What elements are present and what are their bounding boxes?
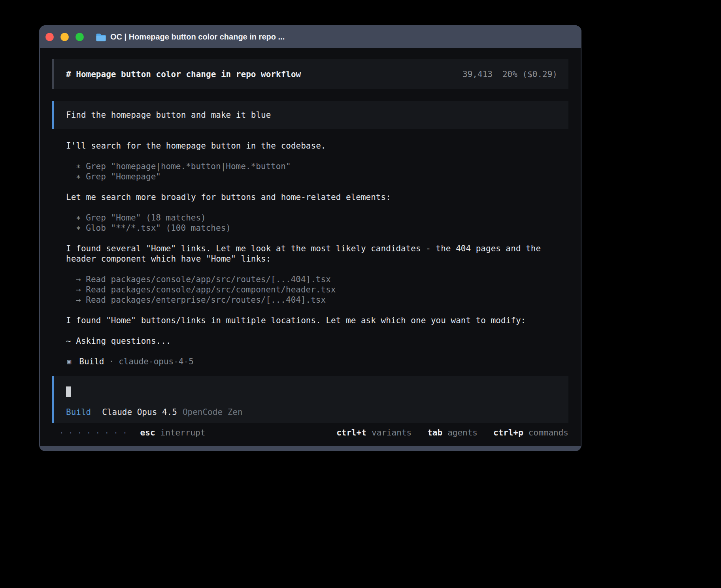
agent-separator: · <box>109 356 114 367</box>
token-count: 39,413 <box>462 69 493 79</box>
terminal-content: # Homepage button color change in repo w… <box>40 48 581 446</box>
variants-label: variants <box>372 428 411 438</box>
session-header: # Homepage button color change in repo w… <box>52 59 568 89</box>
agent-status-line: ▣ Build · claude-opus-4-5 <box>52 356 568 367</box>
terminal-window: OC | Homepage button color change in rep… <box>39 25 581 451</box>
status-bar: · · · · · · · · esc interrupt ctrl+t var… <box>52 427 568 438</box>
ctrl-p-key[interactable]: ctrl+p <box>493 428 523 438</box>
prompt-input[interactable]: Build Claude Opus 4.5 OpenCode Zen <box>52 376 568 423</box>
window-title: OC | Homepage button color change in rep… <box>110 32 285 41</box>
folder-icon <box>96 32 106 41</box>
tool-call-read-1: → Read packages/console/app/src/routes/[… <box>52 274 568 285</box>
context-usage: 20% ($0.29) <box>502 69 557 79</box>
shortcut-commands[interactable]: ctrl+p commands <box>493 428 568 438</box>
session-stats: 39,413 20% ($0.29) <box>462 69 557 79</box>
text-cursor <box>66 386 71 397</box>
tool-call-read-2: → Read packages/console/app/src/componen… <box>52 285 568 295</box>
agents-label: agents <box>447 428 478 438</box>
provider-label: OpenCode Zen <box>183 407 243 417</box>
title-group: OC | Homepage button color change in rep… <box>96 32 285 41</box>
tool-call-grep-2: ∗ Grep "Homepage" <box>52 172 568 182</box>
tool-call-grep-1: ∗ Grep "homepage|home.*button|Home.*butt… <box>52 161 568 172</box>
agent-name: Build <box>79 356 104 367</box>
titlebar[interactable]: OC | Homepage button color change in rep… <box>39 25 581 48</box>
assistant-text-3: I found several "Home" links. Let me loo… <box>52 243 568 264</box>
commands-label: commands <box>528 428 568 438</box>
tool-call-group-3: → Read packages/console/app/src/routes/[… <box>52 274 568 305</box>
close-button[interactable] <box>45 33 54 41</box>
window-controls <box>45 33 84 41</box>
agent-icon: ▣ <box>67 356 71 367</box>
user-message-text: Find the homepage button and make it blu… <box>54 101 568 129</box>
spinner-dots: · · · · · · · · <box>59 428 127 438</box>
shortcut-variants[interactable]: ctrl+t variants <box>336 428 411 438</box>
shortcut-agents[interactable]: tab agents <box>427 428 478 438</box>
asking-questions-status: ~ Asking questions... <box>52 336 568 346</box>
user-message: Find the homepage button and make it blu… <box>52 101 568 129</box>
input-mode-row: Build Claude Opus 4.5 OpenCode Zen <box>66 407 557 417</box>
assistant-text-4: I found "Home" buttons/links in multiple… <box>52 315 568 326</box>
tool-call-grep-3: ∗ Grep "Home" (18 matches) <box>52 213 568 223</box>
status-bar-right: ctrl+t variants tab agents ctrl+p comman… <box>336 428 568 438</box>
tool-call-glob-1: ∗ Glob "**/*.tsx" (100 matches) <box>52 223 568 233</box>
tab-key[interactable]: tab <box>427 428 442 438</box>
tool-call-read-3: → Read packages/enterprise/src/routes/[.… <box>52 295 568 305</box>
model-label[interactable]: Claude Opus 4.5 <box>102 407 177 417</box>
status-bar-left: · · · · · · · · esc interrupt <box>59 428 205 438</box>
tool-call-group-1: ∗ Grep "homepage|home.*button|Home.*butt… <box>52 161 568 182</box>
zoom-button[interactable] <box>75 33 84 41</box>
esc-key[interactable]: esc <box>140 428 155 438</box>
ctrl-t-key[interactable]: ctrl+t <box>336 428 366 438</box>
assistant-text-2: Let me search more broadly for buttons a… <box>52 192 568 202</box>
session-title: # Homepage button color change in repo w… <box>66 69 301 79</box>
agent-mode-label[interactable]: Build <box>66 407 91 417</box>
minimize-button[interactable] <box>60 33 69 41</box>
esc-label: interrupt <box>160 428 206 438</box>
tool-call-group-2: ∗ Grep "Home" (18 matches) ∗ Glob "**/*.… <box>52 213 568 233</box>
assistant-text-1: I'll search for the homepage button in t… <box>52 141 568 151</box>
agent-model: claude-opus-4-5 <box>119 356 194 367</box>
